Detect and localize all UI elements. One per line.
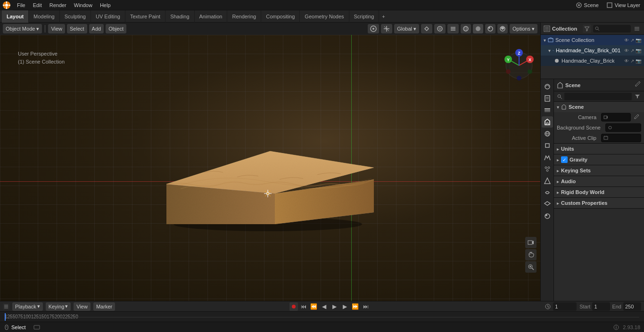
timeline-icon[interactable] <box>3 303 9 310</box>
item-visibility[interactable]: 👁 <box>624 48 629 53</box>
clock-icon[interactable] <box>545 303 551 310</box>
zoom-btn[interactable] <box>525 261 537 273</box>
menu-render[interactable]: Render <box>46 0 70 10</box>
outliner-search[interactable] <box>593 25 631 32</box>
timeline-view-btn[interactable]: View <box>74 302 91 311</box>
rendered-mode-btn[interactable] <box>497 24 508 33</box>
particles-properties-btn[interactable] <box>542 163 553 175</box>
header-right-icons[interactable] <box>447 24 459 33</box>
keying-sets-header[interactable]: ▸ Keying Sets <box>554 165 644 176</box>
prev-frame-btn[interactable]: ◀ <box>320 302 329 311</box>
record-btn[interactable] <box>289 302 298 311</box>
tab-texture-paint[interactable]: Texture Paint <box>125 10 165 23</box>
playback-btn[interactable]: Playback ▾ <box>12 302 43 311</box>
add-workspace-button[interactable]: + <box>379 10 388 23</box>
child-render[interactable]: 📷 <box>636 58 641 64</box>
render-icon[interactable]: 📷 <box>636 38 641 43</box>
view-layer-selector[interactable]: View Layer <box>615 2 640 8</box>
outliner-options-btn[interactable] <box>633 24 641 33</box>
scene-collection-row[interactable]: ▾ Scene Collection 👁 ↗ 📷 <box>541 35 644 45</box>
scene-name-edit-icon[interactable] <box>635 81 641 89</box>
object-data-properties-btn[interactable] <box>542 199 553 210</box>
visibility-icon[interactable]: 👁 <box>624 38 629 43</box>
tab-compositing[interactable]: Compositing <box>261 10 300 23</box>
transform-selector[interactable]: Global ▾ <box>394 24 419 33</box>
render-properties-btn[interactable] <box>542 81 553 92</box>
hand-tool-btn[interactable] <box>525 249 537 260</box>
filter-btn[interactable] <box>583 24 591 33</box>
properties-search-input[interactable] <box>564 93 632 100</box>
menu-help[interactable]: Help <box>96 0 115 10</box>
wireframe-mode-btn[interactable] <box>461 24 471 33</box>
outliner-item-brick[interactable]: Handmade_Clay_Brick 👁 ↗ 📷 <box>541 56 644 66</box>
options-btn[interactable]: Options ▾ <box>510 24 537 33</box>
item-render[interactable]: 📷 <box>636 48 641 53</box>
gravity-checkbox[interactable]: ✓ <box>561 156 568 163</box>
units-section-header[interactable]: ▸ Units <box>554 144 644 154</box>
play-btn[interactable]: ▶ <box>330 302 339 311</box>
tab-sculpting[interactable]: Sculpting <box>60 10 91 23</box>
world-properties-btn[interactable] <box>542 128 553 139</box>
viewport-canvas[interactable]: User Perspective (1) Scene Collection X … <box>0 35 540 301</box>
solid-mode-btn[interactable] <box>473 24 483 33</box>
camera-view-btn[interactable] <box>525 237 537 248</box>
view-layer-properties-btn[interactable] <box>542 105 553 116</box>
rigid-body-section-header[interactable]: ▸ Rigid Body World <box>554 187 644 197</box>
gravity-section-header[interactable]: ▸ ✓ Gravity <box>554 154 644 165</box>
tab-rendering[interactable]: Rendering <box>227 10 261 23</box>
marker-btn[interactable]: Marker <box>93 302 115 311</box>
viewport-gizmo[interactable]: X Y Z <box>503 49 536 82</box>
material-properties-btn[interactable] <box>542 211 553 222</box>
current-frame-field[interactable]: 1 <box>553 302 577 311</box>
add-menu[interactable]: Add <box>89 24 104 33</box>
modifier-properties-btn[interactable] <box>542 152 553 163</box>
next-keyframe-btn[interactable]: ⏩ <box>351 302 360 311</box>
prev-keyframe-btn[interactable]: ⏪ <box>309 302 319 311</box>
tab-animation[interactable]: Animation <box>195 10 228 23</box>
scene-selector[interactable]: Scene <box>584 2 599 8</box>
menu-edit[interactable]: Edit <box>29 0 46 10</box>
camera-edit-btn[interactable] <box>633 113 641 121</box>
properties-filter-btn[interactable] <box>634 93 641 100</box>
constraints-properties-btn[interactable] <box>542 187 553 198</box>
scene-section-header[interactable]: ▾ Scene <box>554 102 644 112</box>
object-properties-btn[interactable] <box>542 140 553 151</box>
tab-layout[interactable]: Layout <box>2 10 29 23</box>
object-mode-selector[interactable]: Object Mode ▾ <box>3 24 42 33</box>
next-frame-btn[interactable]: ▶ <box>340 302 350 311</box>
properties-search[interactable] <box>554 91 644 102</box>
background-scene-field[interactable] <box>605 123 641 132</box>
camera-field[interactable] <box>601 113 631 121</box>
output-properties-btn[interactable] <box>542 93 553 104</box>
end-frame-field[interactable]: 250 <box>623 302 641 311</box>
scrubber-handle[interactable] <box>5 313 6 321</box>
blender-logo[interactable] <box>0 0 13 10</box>
child-visibility[interactable]: 👁 <box>624 58 629 64</box>
view-menu[interactable]: View <box>48 24 65 33</box>
item-select[interactable]: ↗ <box>630 48 634 53</box>
outliner-item-brick001[interactable]: ▾ Handmade_Clay_Brick_001 👁 ↗ 📷 <box>541 45 644 56</box>
viewport-area[interactable]: Object Mode ▾ View Select Add Object Glo… <box>0 23 540 301</box>
snap-btn[interactable] <box>421 24 432 33</box>
select-menu[interactable]: Select <box>67 24 87 33</box>
jump-end-btn[interactable]: ⏭ <box>361 302 371 311</box>
active-clip-field[interactable] <box>601 134 641 142</box>
child-select[interactable]: ↗ <box>630 58 634 64</box>
menu-file[interactable]: File <box>13 0 29 10</box>
tab-scripting[interactable]: Scripting <box>349 10 380 23</box>
start-frame-field[interactable]: 1 <box>592 302 610 311</box>
custom-props-header[interactable]: ▸ Custom Properties <box>554 198 644 208</box>
keying-btn[interactable]: Keying ▾ <box>46 302 71 311</box>
jump-start-btn[interactable]: ⏮ <box>299 302 308 311</box>
gizmo-toggle-btn[interactable] <box>381 24 392 33</box>
material-mode-btn[interactable] <box>485 24 495 33</box>
object-menu[interactable]: Object <box>106 24 126 33</box>
physics-properties-btn[interactable] <box>542 175 553 186</box>
audio-section-header[interactable]: ▸ Audio <box>554 176 644 186</box>
scene-properties-btn[interactable] <box>542 116 553 128</box>
tab-modeling[interactable]: Modeling <box>29 10 60 23</box>
proportional-edit-btn[interactable] <box>434 24 446 33</box>
tab-shading[interactable]: Shading <box>165 10 194 23</box>
tab-uv-editing[interactable]: UV Editing <box>91 10 125 23</box>
select-icon[interactable]: ↗ <box>630 38 634 43</box>
